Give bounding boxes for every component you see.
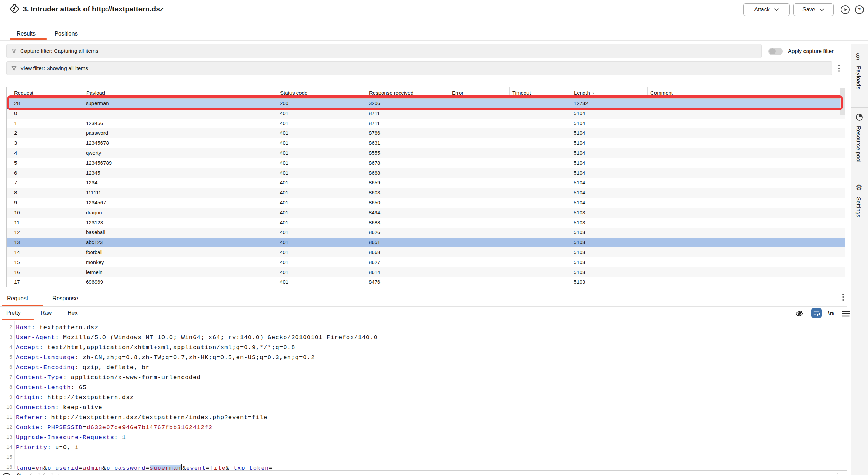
request-editor[interactable]: 2Host: textpattern.dsz3User-Agent: Mozil… (0, 323, 847, 473)
column-header-error[interactable]: Error (449, 87, 509, 98)
cell-received: 8650 (366, 198, 449, 208)
column-header-status-code[interactable]: Status code (277, 87, 366, 98)
line-number: 8 (0, 385, 16, 391)
token-p: : application/x-www-form-urlencoded (63, 374, 201, 381)
table-row[interactable]: 61234540186885104 (7, 168, 845, 178)
cell-length: 5104 (571, 109, 647, 119)
tab-hex[interactable]: Hex (68, 310, 77, 316)
table-row[interactable]: 7123440186595104 (7, 178, 845, 188)
help-icon[interactable]: ? (855, 5, 864, 14)
cell-comment (647, 188, 845, 198)
tab-positions[interactable]: Positions (55, 30, 78, 37)
token-p: : 65 (71, 384, 87, 391)
table-row[interactable]: 1769696940184765103 (7, 277, 845, 287)
cell-comment (647, 168, 845, 178)
token-n: Content-Type (16, 374, 63, 381)
table-row[interactable]: 15monkey40186275103 (7, 257, 845, 267)
menu-icon[interactable] (842, 311, 850, 318)
tab-results[interactable]: Results (17, 30, 36, 37)
table-row[interactable]: 040187115104 (7, 109, 845, 119)
apply-capture-filter-toggle[interactable] (768, 48, 783, 55)
resource-pool-icon (856, 113, 863, 122)
column-header-response-received[interactable]: Response received (366, 87, 449, 98)
column-header-payload[interactable]: Payload (83, 87, 277, 98)
cell-request: 2 (7, 128, 83, 138)
column-header-label: Length (574, 90, 590, 96)
cell-error (449, 228, 509, 238)
tab-raw[interactable]: Raw (41, 310, 52, 316)
line-number: 13 (0, 435, 16, 441)
cell-received: 8659 (366, 178, 449, 188)
column-header-length[interactable]: Length∨ (571, 87, 647, 98)
column-header-comment[interactable]: Comment (647, 87, 845, 98)
cell-length: 12732 (571, 99, 647, 109)
save-button[interactable]: Save (793, 3, 834, 16)
token-v: d633e07ce946e7b14767fbb3162412f2 (87, 424, 213, 431)
side-panel-resource-pool[interactable]: Resource pool (855, 126, 862, 162)
hide-items-eye-slash-icon[interactable] (795, 309, 804, 320)
table-row[interactable]: 16letmein40186145103 (7, 267, 845, 277)
cell-comment (647, 208, 845, 218)
cell-request: 0 (7, 109, 83, 119)
newline-chars-icon[interactable]: \n (828, 310, 834, 317)
table-row[interactable]: 1112312340186885103 (7, 218, 845, 228)
cell-comment (647, 247, 845, 257)
column-header-request[interactable]: Request (7, 87, 83, 98)
cell-status: 401 (277, 247, 366, 257)
attack-button[interactable]: Attack (743, 3, 790, 16)
cell-status: 401 (277, 277, 366, 287)
tab-pretty[interactable]: Pretty (6, 310, 21, 316)
cell-received: 8711 (366, 119, 449, 129)
search-input[interactable] (57, 473, 840, 475)
side-panel-payloads[interactable]: Payloads (855, 66, 862, 89)
table-row[interactable]: 512345678940186785104 (7, 158, 845, 168)
side-panel-settings[interactable]: Settings (855, 197, 862, 218)
tab-request[interactable]: Request (7, 295, 28, 302)
cell-timeout (509, 109, 571, 119)
line-content: Content-Length: 65 (16, 384, 87, 391)
table-row[interactable]: 28superman200320612732 (7, 99, 845, 109)
table-row[interactable]: 4qwerty40185555104 (7, 148, 845, 158)
view-filter-bar[interactable]: View filter: Showing all items (6, 61, 832, 75)
table-row[interactable]: 14football40186685103 (7, 247, 845, 257)
tab-response[interactable]: Response (52, 295, 78, 302)
table-row[interactable]: 811111140186035104 (7, 188, 845, 198)
line-content: Accept: text/html,application/xhtml+xml,… (16, 344, 295, 351)
request-line: 14Priority: u=0, i (0, 443, 847, 453)
cell-timeout (509, 238, 571, 247)
cell-length: 5104 (571, 158, 647, 168)
search-option-checkbox-2[interactable] (43, 473, 53, 475)
gear-icon[interactable]: ⚙ (15, 472, 22, 475)
table-row[interactable]: 2password40187865104 (7, 128, 845, 138)
table-row[interactable]: 13abc12340186515103 (7, 238, 845, 247)
results-header: RequestPayloadStatus codeResponse receiv… (7, 87, 845, 99)
cell-status: 401 (277, 109, 366, 119)
table-row[interactable]: 12baseball40186265103 (7, 228, 845, 238)
cell-status: 401 (277, 119, 366, 129)
cell-length: 5104 (571, 198, 647, 208)
table-scrollbar[interactable] (840, 88, 845, 115)
search-target-icon[interactable] (3, 473, 10, 475)
editor-menu-kebab-icon[interactable] (842, 294, 844, 301)
cell-comment (647, 267, 845, 277)
cell-length: 5104 (571, 188, 647, 198)
filter-menu-kebab-icon[interactable] (838, 65, 840, 72)
active-tab-underline (10, 38, 47, 40)
capture-filter-bar[interactable]: Capture filter: Capturing all items (6, 44, 762, 58)
line-content: Upgrade-Insecure-Requests: 1 (16, 434, 126, 441)
cell-length: 5104 (571, 138, 647, 148)
cell-status: 401 (277, 238, 366, 247)
table-row[interactable]: 112345640187115104 (7, 119, 845, 129)
token-p: = (83, 424, 87, 431)
attack-button-label: Attack (754, 7, 769, 13)
search-option-checkbox-1[interactable] (30, 473, 40, 475)
table-row[interactable]: 10dragon40184945103 (7, 208, 845, 218)
word-wrap-icon[interactable] (811, 308, 822, 318)
token-p: : gzip, deflate, br (75, 364, 150, 371)
table-row[interactable]: 9123456740186505104 (7, 198, 845, 208)
token-n: Priority (16, 444, 47, 451)
table-row[interactable]: 31234567840186315104 (7, 138, 845, 148)
results-body: 28superman200320612732040187115104112345… (7, 99, 845, 287)
column-header-timeout[interactable]: Timeout (509, 87, 571, 98)
play-icon[interactable] (840, 5, 850, 14)
